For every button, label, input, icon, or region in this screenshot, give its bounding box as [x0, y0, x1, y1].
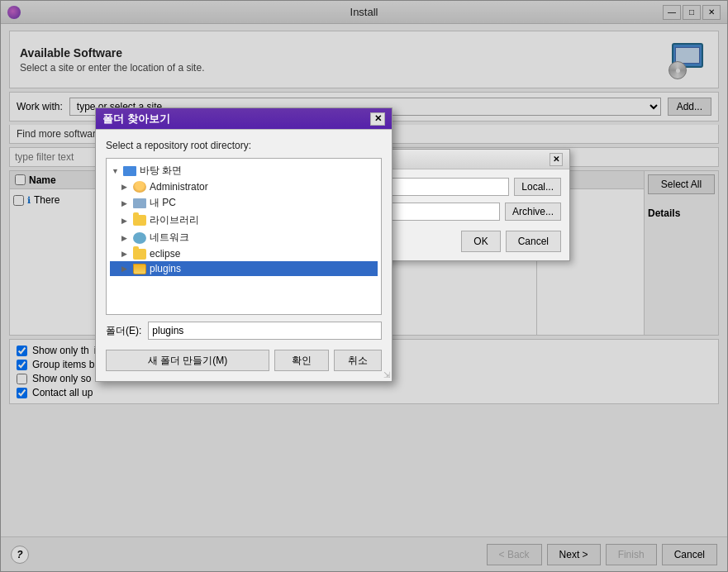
pc-icon — [133, 198, 146, 208]
folder-dialog-label: Select a repository root directory: — [106, 140, 382, 151]
folder-browser-dialog: 폴더 찾아보기 ✕ Select a repository root direc… — [95, 107, 393, 382]
folder-dialog-buttons: 새 폴더 만들기(M) 확인 취소 — [106, 350, 382, 371]
folder-icon-plugins — [133, 264, 146, 274]
tree-item-label-plugins: plugins — [150, 263, 181, 274]
folder-dialog-close-button[interactable]: ✕ — [370, 112, 385, 126]
folder-dialog-title: 폴더 찾아보기 ✕ — [96, 108, 392, 130]
tree-item-network[interactable]: ▶ 네트워크 — [110, 229, 378, 246]
folder-dialog-title-text: 폴더 찾아보기 — [102, 112, 170, 126]
tree-item-eclipse[interactable]: ▶ eclipse — [110, 246, 378, 261]
dialog-overlay: y ✕ Local... Archive... OK Cancel 폴더 찾아보… — [0, 0, 728, 572]
arrow-icon-pc: ▶ — [121, 199, 130, 207]
folder-name-label: 폴더(E): — [106, 324, 141, 338]
resize-handle[interactable]: ⇲ — [383, 370, 390, 379]
arrow-icon-admin: ▶ — [121, 183, 130, 191]
arrow-icon-net: ▶ — [121, 234, 130, 242]
tree-item-administrator[interactable]: ▶ Administrator — [110, 179, 378, 194]
folder-ok-button[interactable]: 확인 — [274, 350, 329, 371]
folder-name-row: 폴더(E): — [106, 322, 382, 340]
desktop-icon — [123, 166, 136, 176]
tree-item-label-eclipse: eclipse — [150, 248, 180, 260]
folder-dialog-body: Select a repository root directory: ▼ 바탕… — [96, 130, 392, 381]
arrow-icon-eclipse: ▶ — [121, 250, 130, 258]
repo-cancel-button[interactable]: Cancel — [506, 231, 561, 252]
folder-icon-library — [133, 215, 146, 226]
repo-ok-button[interactable]: OK — [461, 231, 500, 252]
arrow-icon-plugins: ▶ — [121, 265, 130, 273]
tree-item-label-library: 라이브러리 — [150, 213, 199, 227]
folder-name-input[interactable] — [148, 322, 382, 340]
folder-tree: ▼ 바탕 화면 ▶ Administrator ▶ 내 PC — [106, 158, 382, 315]
repo-dialog-close[interactable]: ✕ — [550, 153, 563, 166]
tree-item-label-network: 네트워크 — [150, 231, 189, 245]
archive-button[interactable]: Archive... — [505, 203, 561, 221]
tree-item-plugins[interactable]: ▶ plugins — [110, 261, 378, 276]
tree-item-label-desktop: 바탕 화면 — [140, 164, 182, 178]
folder-cancel-button[interactable]: 취소 — [334, 350, 382, 371]
tree-item-desktop[interactable]: ▼ 바탕 화면 — [110, 162, 378, 179]
arrow-icon-lib: ▶ — [121, 217, 130, 225]
folder-icon-eclipse — [133, 249, 146, 260]
tree-item-mypc[interactable]: ▶ 내 PC — [110, 194, 378, 212]
user-icon — [133, 181, 146, 193]
tree-item-label-admin: Administrator — [150, 181, 208, 193]
local-button[interactable]: Local... — [514, 178, 561, 196]
tree-item-label-mypc: 내 PC — [150, 196, 176, 210]
tree-item-library[interactable]: ▶ 라이브러리 — [110, 212, 378, 229]
new-folder-button[interactable]: 새 폴더 만들기(M) — [106, 350, 269, 371]
network-icon — [133, 232, 146, 244]
arrow-icon: ▼ — [112, 167, 120, 175]
